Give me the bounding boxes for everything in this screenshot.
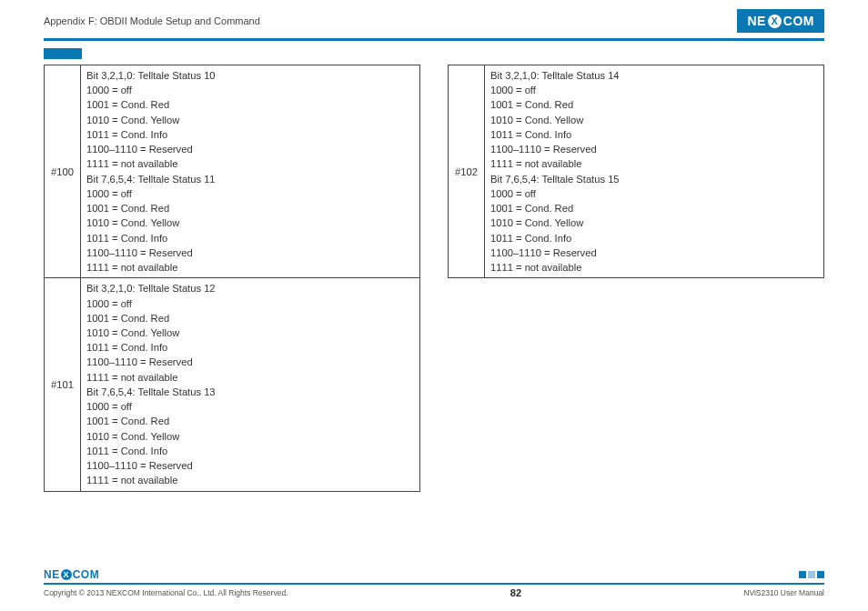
nexcom-logo: NE X COM	[737, 9, 824, 33]
logo-part-left: NE	[747, 14, 765, 28]
row-id: #101	[45, 278, 81, 491]
main-content: #100 Bit 3,2,1,0: Telltale Status 10 100…	[0, 65, 868, 492]
footer-bottom: Copyright © 2013 NEXCOM International Co…	[44, 585, 824, 598]
status-table-right: #102 Bit 3,2,1,0: Telltale Status 14 100…	[448, 65, 824, 278]
table-row: #100 Bit 3,2,1,0: Telltale Status 10 100…	[45, 65, 420, 278]
row-id: #100	[45, 65, 81, 278]
footer-logo-left: NE	[44, 568, 60, 581]
footer-logo: NE X COM	[44, 568, 99, 581]
appendix-title: Appendix F: OBDII Module Setup and Comma…	[44, 15, 260, 26]
copyright-text: Copyright © 2013 NEXCOM International Co…	[44, 588, 288, 597]
row-id: #102	[449, 65, 485, 278]
row-content: Bit 3,2,1,0: Telltale Status 14 1000 = o…	[485, 65, 824, 278]
left-column: #100 Bit 3,2,1,0: Telltale Status 10 100…	[44, 65, 420, 492]
footer-logo-x-icon: X	[61, 569, 72, 580]
logo-part-right: COM	[783, 14, 814, 28]
logo-x-icon: X	[768, 15, 782, 28]
divider-row	[0, 38, 868, 59]
section-tab	[44, 48, 82, 59]
table-row: #102 Bit 3,2,1,0: Telltale Status 14 100…	[449, 65, 824, 278]
footer-logo-right: COM	[73, 568, 100, 581]
square-icon	[808, 571, 815, 578]
footer-top: NE X COM	[44, 568, 824, 585]
footer-squares-icon	[799, 571, 824, 578]
page-header: Appendix F: OBDII Module Setup and Comma…	[0, 0, 868, 35]
page-footer: NE X COM Copyright © 2013 NEXCOM Interna…	[44, 568, 824, 598]
page-number: 82	[510, 587, 521, 598]
table-row: #101 Bit 3,2,1,0: Telltale Status 12 100…	[45, 278, 420, 491]
status-table-left: #100 Bit 3,2,1,0: Telltale Status 10 100…	[44, 65, 420, 492]
manual-name: NViS2310 User Manual	[743, 588, 824, 597]
logo-container: NE X COM	[737, 9, 824, 33]
square-icon	[817, 571, 824, 578]
row-content: Bit 3,2,1,0: Telltale Status 12 1000 = o…	[81, 278, 420, 491]
right-column: #102 Bit 3,2,1,0: Telltale Status 14 100…	[448, 65, 824, 492]
header-divider	[44, 38, 824, 41]
row-content: Bit 3,2,1,0: Telltale Status 10 1000 = o…	[81, 65, 420, 278]
square-icon	[799, 571, 806, 578]
